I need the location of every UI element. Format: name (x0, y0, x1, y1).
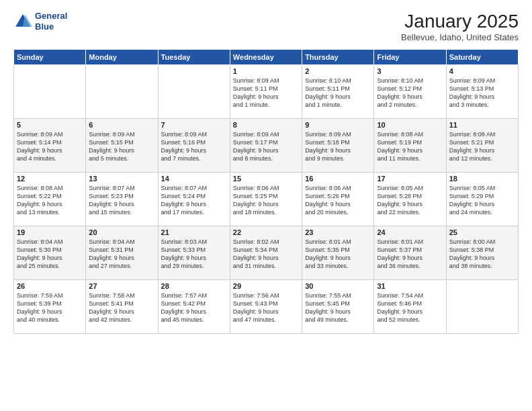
day-info: Sunrise: 7:56 AM Sunset: 5:43 PM Dayligh… (233, 291, 299, 324)
day-number: 22 (233, 228, 299, 236)
day-info: Sunrise: 8:04 AM Sunset: 5:31 PM Dayligh… (89, 238, 154, 271)
day-cell: 14Sunrise: 8:07 AM Sunset: 5:24 PM Dayli… (158, 173, 230, 226)
day-info: Sunrise: 7:54 AM Sunset: 5:46 PM Dayligh… (377, 291, 443, 324)
day-cell: 18Sunrise: 8:05 AM Sunset: 5:29 PM Dayli… (446, 173, 518, 226)
day-cell: 13Sunrise: 8:07 AM Sunset: 5:23 PM Dayli… (86, 173, 158, 226)
week-row-4: 19Sunrise: 8:04 AM Sunset: 5:30 PM Dayli… (14, 226, 519, 280)
weekday-header-sunday: Sunday (14, 50, 86, 65)
day-number: 20 (89, 228, 154, 236)
day-number: 13 (89, 175, 154, 183)
day-cell: 8Sunrise: 8:09 AM Sunset: 5:17 PM Daylig… (230, 119, 302, 173)
day-number: 26 (17, 282, 83, 290)
day-cell: 2Sunrise: 8:10 AM Sunset: 5:11 PM Daylig… (302, 65, 374, 119)
day-info: Sunrise: 8:10 AM Sunset: 5:12 PM Dayligh… (377, 77, 443, 109)
day-cell: 16Sunrise: 8:06 AM Sunset: 5:26 PM Dayli… (302, 173, 374, 226)
day-number: 28 (161, 282, 227, 290)
day-number: 31 (377, 282, 443, 290)
day-info: Sunrise: 8:10 AM Sunset: 5:11 PM Dayligh… (305, 77, 371, 109)
day-number: 19 (17, 228, 83, 236)
day-cell (158, 65, 230, 119)
day-info: Sunrise: 7:59 AM Sunset: 5:39 PM Dayligh… (17, 291, 83, 324)
svg-marker-1 (23, 14, 32, 27)
day-info: Sunrise: 8:00 AM Sunset: 5:38 PM Dayligh… (449, 238, 515, 271)
day-info: Sunrise: 8:04 AM Sunset: 5:30 PM Dayligh… (17, 238, 83, 271)
week-row-2: 5Sunrise: 8:09 AM Sunset: 5:14 PM Daylig… (14, 119, 519, 173)
day-info: Sunrise: 8:09 AM Sunset: 5:11 PM Dayligh… (233, 77, 299, 109)
day-info: Sunrise: 8:06 AM Sunset: 5:25 PM Dayligh… (233, 184, 299, 217)
week-row-5: 26Sunrise: 7:59 AM Sunset: 5:39 PM Dayli… (14, 280, 519, 334)
logo: General Blue (13, 11, 67, 32)
day-info: Sunrise: 8:08 AM Sunset: 5:19 PM Dayligh… (377, 130, 443, 163)
day-number: 16 (305, 175, 371, 183)
day-info: Sunrise: 8:01 AM Sunset: 5:37 PM Dayligh… (377, 238, 443, 271)
day-info: Sunrise: 8:07 AM Sunset: 5:23 PM Dayligh… (89, 184, 154, 217)
day-cell: 6Sunrise: 8:09 AM Sunset: 5:15 PM Daylig… (86, 119, 158, 173)
day-number: 6 (89, 121, 154, 129)
day-info: Sunrise: 8:05 AM Sunset: 5:29 PM Dayligh… (449, 184, 515, 217)
day-number: 7 (161, 121, 227, 129)
day-number: 14 (161, 175, 227, 183)
weekday-header-row: SundayMondayTuesdayWednesdayThursdayFrid… (14, 50, 519, 65)
day-cell: 26Sunrise: 7:59 AM Sunset: 5:39 PM Dayli… (14, 280, 86, 334)
day-cell (446, 280, 518, 334)
day-cell: 11Sunrise: 8:08 AM Sunset: 5:21 PM Dayli… (446, 119, 518, 173)
day-cell: 12Sunrise: 8:08 AM Sunset: 5:22 PM Dayli… (14, 173, 86, 226)
calendar-table: SundayMondayTuesdayWednesdayThursdayFrid… (13, 49, 519, 334)
logo-text: General Blue (35, 11, 67, 32)
day-cell: 7Sunrise: 8:09 AM Sunset: 5:16 PM Daylig… (158, 119, 230, 173)
day-cell: 4Sunrise: 8:09 AM Sunset: 5:13 PM Daylig… (446, 65, 518, 119)
day-number: 10 (377, 121, 443, 129)
day-cell: 27Sunrise: 7:58 AM Sunset: 5:41 PM Dayli… (86, 280, 158, 334)
day-cell: 30Sunrise: 7:55 AM Sunset: 5:45 PM Dayli… (302, 280, 374, 334)
day-info: Sunrise: 8:09 AM Sunset: 5:18 PM Dayligh… (305, 130, 371, 163)
day-number: 1 (233, 67, 299, 75)
weekday-header-tuesday: Tuesday (158, 50, 230, 65)
day-info: Sunrise: 8:06 AM Sunset: 5:26 PM Dayligh… (305, 184, 371, 217)
day-info: Sunrise: 8:01 AM Sunset: 5:35 PM Dayligh… (305, 238, 371, 271)
day-info: Sunrise: 8:03 AM Sunset: 5:33 PM Dayligh… (161, 238, 227, 271)
day-info: Sunrise: 8:08 AM Sunset: 5:21 PM Dayligh… (449, 130, 515, 163)
day-number: 27 (89, 282, 154, 290)
day-info: Sunrise: 8:07 AM Sunset: 5:24 PM Dayligh… (161, 184, 227, 217)
day-info: Sunrise: 8:09 AM Sunset: 5:15 PM Dayligh… (89, 130, 154, 163)
day-cell: 9Sunrise: 8:09 AM Sunset: 5:18 PM Daylig… (302, 119, 374, 173)
day-number: 29 (233, 282, 299, 290)
day-number: 8 (233, 121, 299, 129)
weekday-header-saturday: Saturday (446, 50, 518, 65)
day-info: Sunrise: 8:09 AM Sunset: 5:13 PM Dayligh… (449, 77, 515, 109)
title-block: January 2025 Bellevue, Idaho, United Sta… (401, 11, 519, 42)
page: General Blue January 2025 Bellevue, Idah… (0, 0, 532, 411)
week-row-3: 12Sunrise: 8:08 AM Sunset: 5:22 PM Dayli… (14, 173, 519, 226)
day-cell: 17Sunrise: 8:05 AM Sunset: 5:28 PM Dayli… (374, 173, 446, 226)
day-cell: 21Sunrise: 8:03 AM Sunset: 5:33 PM Dayli… (158, 226, 230, 280)
day-number: 3 (377, 67, 443, 75)
week-row-1: 1Sunrise: 8:09 AM Sunset: 5:11 PM Daylig… (14, 65, 519, 119)
day-cell: 3Sunrise: 8:10 AM Sunset: 5:12 PM Daylig… (374, 65, 446, 119)
day-number: 11 (449, 121, 515, 129)
day-number: 5 (17, 121, 83, 129)
day-cell: 19Sunrise: 8:04 AM Sunset: 5:30 PM Dayli… (14, 226, 86, 280)
day-cell: 5Sunrise: 8:09 AM Sunset: 5:14 PM Daylig… (14, 119, 86, 173)
weekday-header-wednesday: Wednesday (230, 50, 302, 65)
day-info: Sunrise: 8:09 AM Sunset: 5:16 PM Dayligh… (161, 130, 227, 163)
day-info: Sunrise: 8:02 AM Sunset: 5:34 PM Dayligh… (233, 238, 299, 271)
day-info: Sunrise: 8:05 AM Sunset: 5:28 PM Dayligh… (377, 184, 443, 217)
day-number: 4 (449, 67, 515, 75)
day-number: 30 (305, 282, 371, 290)
day-info: Sunrise: 8:09 AM Sunset: 5:17 PM Dayligh… (233, 130, 299, 163)
day-cell: 20Sunrise: 8:04 AM Sunset: 5:31 PM Dayli… (86, 226, 158, 280)
day-cell: 10Sunrise: 8:08 AM Sunset: 5:19 PM Dayli… (374, 119, 446, 173)
day-info: Sunrise: 8:09 AM Sunset: 5:14 PM Dayligh… (17, 130, 83, 163)
day-cell: 25Sunrise: 8:00 AM Sunset: 5:38 PM Dayli… (446, 226, 518, 280)
day-cell: 31Sunrise: 7:54 AM Sunset: 5:46 PM Dayli… (374, 280, 446, 334)
day-cell (14, 65, 86, 119)
day-cell: 15Sunrise: 8:06 AM Sunset: 5:25 PM Dayli… (230, 173, 302, 226)
day-number: 12 (17, 175, 83, 183)
day-info: Sunrise: 7:55 AM Sunset: 5:45 PM Dayligh… (305, 291, 371, 324)
day-cell: 22Sunrise: 8:02 AM Sunset: 5:34 PM Dayli… (230, 226, 302, 280)
day-info: Sunrise: 7:57 AM Sunset: 5:42 PM Dayligh… (161, 291, 227, 324)
day-cell: 24Sunrise: 8:01 AM Sunset: 5:37 PM Dayli… (374, 226, 446, 280)
logo-icon (13, 12, 32, 31)
day-info: Sunrise: 8:08 AM Sunset: 5:22 PM Dayligh… (17, 184, 83, 217)
day-number: 9 (305, 121, 371, 129)
